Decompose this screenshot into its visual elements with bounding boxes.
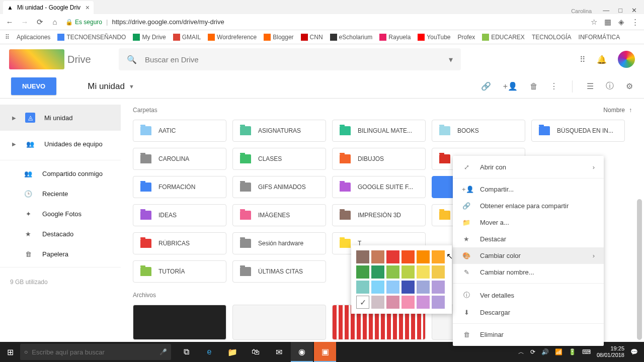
breadcrumb[interactable]: Mi unidad ▼ (88, 81, 134, 92)
expand-icon[interactable]: ▶ (12, 115, 16, 121)
search-options-icon[interactable]: ▾ (449, 55, 453, 64)
sidebar-item-recent[interactable]: 🕒Reciente (0, 184, 121, 204)
bookmark-item[interactable]: Wordreference (208, 34, 257, 41)
folder-item[interactable]: IMÁGENES (232, 204, 326, 226)
tray-up-icon[interactable]: ︿ (518, 348, 524, 356)
browser-tab[interactable]: ▲ Mi unidad - Google Driv × (3, 1, 94, 14)
logo[interactable]: Drive (9, 49, 110, 69)
color-swatch[interactable] (371, 265, 384, 279)
bookmark-item[interactable]: eScholarium (330, 34, 373, 41)
sidebar-item-trash[interactable]: 🗑Papelera (0, 244, 121, 264)
taskbar-search-input[interactable] (32, 348, 155, 356)
bookmark-item[interactable]: Aplicaciones (17, 34, 50, 41)
color-swatch[interactable] (417, 265, 430, 279)
apps-grid-icon[interactable]: ⠿ (580, 55, 586, 64)
context-menu-item[interactable]: ⤢Abrir con› (453, 159, 604, 175)
close-tab-icon[interactable]: × (86, 4, 90, 12)
sidebar-item-photos[interactable]: ✦Google Fotos (0, 204, 121, 224)
scrollbar[interactable] (637, 199, 642, 340)
expand-icon[interactable]: ▶ (12, 141, 16, 147)
notifications-tray-icon[interactable]: 💬 (630, 348, 638, 355)
color-swatch[interactable] (356, 265, 369, 279)
folder-item[interactable]: BÚSQUEDA EN IN... (531, 120, 625, 142)
sidebar-item-team-drives[interactable]: ▶ 👥 Unidades de equipo (0, 131, 121, 157)
minimize-icon[interactable]: — (603, 7, 609, 14)
notifications-icon[interactable]: 🔔 (597, 55, 607, 64)
color-swatch[interactable] (386, 296, 399, 309)
context-menu-item[interactable]: ⬇Descargar (453, 304, 604, 321)
folder-item[interactable]: ASIGNATURAS (232, 120, 326, 142)
tray-volume-icon[interactable]: 🔊 (541, 348, 549, 355)
maximize-icon[interactable]: □ (618, 7, 622, 14)
star-icon[interactable]: ☆ (591, 18, 597, 27)
apps-icon[interactable]: ⠿ (5, 34, 10, 41)
avatar[interactable] (618, 51, 635, 68)
mail-icon[interactable]: ✉ (268, 342, 290, 362)
color-swatch[interactable] (401, 265, 415, 279)
close-window-icon[interactable]: ✕ (631, 7, 637, 14)
folder-item[interactable]: CLASES (232, 148, 326, 170)
color-swatch[interactable] (371, 281, 384, 294)
bookmark-item[interactable]: GMAIL (173, 34, 201, 41)
color-swatch[interactable] (401, 250, 415, 263)
reload-icon[interactable]: ⟳ (35, 18, 44, 27)
color-swatch[interactable] (386, 281, 399, 294)
link-icon[interactable]: 🔗 (481, 81, 491, 91)
bookmark-item[interactable]: INFORMÁTICA (579, 34, 620, 41)
more-icon[interactable]: ⋮ (550, 81, 558, 91)
tray-wifi-icon[interactable]: 📶 (555, 348, 562, 355)
color-swatch[interactable] (356, 281, 369, 294)
chrome-icon[interactable]: ◉ (291, 342, 313, 362)
task-view-icon[interactable]: ⧉ (175, 342, 197, 362)
folder-item[interactable]: GIFS ANIMADOS (232, 176, 326, 198)
bookmark-item[interactable]: EDUCAREX (482, 34, 525, 41)
url-field[interactable]: 🔒 Es seguro | https://drive.google.com/d… (65, 18, 585, 26)
taskbar-search[interactable]: ○ 🎤 (20, 344, 171, 360)
folder-item[interactable]: ÚLTIMAS CITAS (232, 260, 326, 283)
back-icon[interactable]: ← (5, 18, 14, 26)
tray-battery-icon[interactable]: 🔋 (569, 348, 576, 355)
context-menu-item[interactable]: ★Destacar (453, 231, 604, 247)
context-menu-item[interactable]: ✎Cambiar nombre... (453, 264, 604, 281)
search-box[interactable]: 🔍 ▾ (119, 48, 461, 70)
gear-icon[interactable]: ⚙ (626, 81, 633, 91)
folder-item[interactable]: DIBUJOS (332, 148, 426, 170)
color-swatch[interactable] (371, 296, 384, 309)
context-menu-item[interactable]: 🔗Obtener enlace para compartir (453, 198, 604, 214)
folder-item[interactable]: FORMACIÓN (133, 176, 226, 198)
bookmark-item[interactable]: CNN (301, 34, 323, 41)
search-input[interactable] (145, 55, 441, 64)
taskbar-clock[interactable]: 19:25 08/01/2018 (597, 345, 624, 358)
color-swatch[interactable] (371, 250, 384, 263)
start-button[interactable]: ⊞ (0, 347, 20, 357)
color-swatch[interactable]: ✓ (356, 296, 369, 309)
color-swatch[interactable] (386, 250, 399, 263)
extension2-icon[interactable]: ◈ (618, 18, 624, 27)
color-swatch[interactable] (401, 296, 415, 309)
add-person-icon[interactable]: +👤 (503, 81, 518, 91)
sidebar-item-starred[interactable]: ★Destacado (0, 224, 121, 244)
folder-item[interactable]: TUTORÍA (133, 260, 226, 283)
color-swatch[interactable] (386, 265, 399, 279)
info-icon[interactable]: ⓘ (606, 81, 614, 92)
folder-item[interactable]: BILINGUAL MATE... (332, 120, 426, 142)
sidebar-item-my-drive[interactable]: ▶ ◬ Mi unidad (0, 105, 121, 131)
tray-keyboard-icon[interactable]: ⌨ (582, 348, 591, 355)
mic-icon[interactable]: 🎤 (159, 348, 167, 355)
color-swatch[interactable] (417, 296, 430, 309)
home-icon[interactable]: ⌂ (50, 18, 59, 26)
context-menu-item[interactable]: 📁Mover a... (453, 214, 604, 231)
sort-control[interactable]: Nombre ↑ (603, 107, 632, 114)
tray-sync-icon[interactable]: ⟳ (530, 348, 535, 355)
folder-item[interactable]: RÚBRICAS (133, 232, 226, 254)
trash-icon[interactable]: 🗑 (530, 82, 538, 91)
folder-item[interactable]: AATIC (133, 120, 226, 142)
folder-item[interactable]: IDEAS (133, 204, 226, 226)
explorer-icon[interactable]: 📁 (221, 342, 244, 362)
new-button[interactable]: NUEVO (11, 77, 56, 95)
context-menu-item[interactable]: ⓘVer detalles (453, 286, 604, 304)
bookmark-item[interactable]: TECNOENSEÑANDO (57, 34, 126, 41)
bookmark-item[interactable]: Profex (458, 34, 475, 41)
color-swatch[interactable] (417, 250, 430, 263)
color-swatch[interactable] (356, 250, 369, 263)
